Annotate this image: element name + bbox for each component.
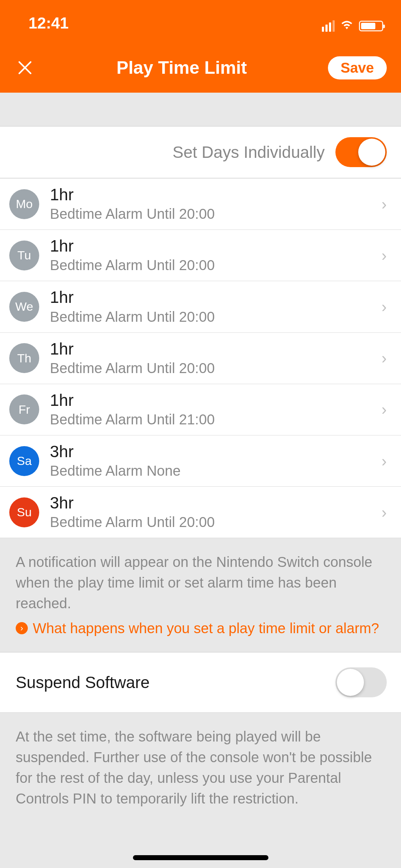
page-title: Play Time Limit [117, 57, 247, 78]
day-badge: Th [9, 343, 39, 373]
chevron-right-icon: › [381, 349, 387, 367]
day-limit: 1hr [50, 236, 371, 256]
set-days-individually-toggle[interactable] [335, 137, 387, 167]
nav-bar: Play Time Limit Save [0, 43, 401, 93]
day-limit: 3hr [50, 442, 371, 461]
save-button[interactable]: Save [328, 56, 387, 79]
chevron-right-icon: › [381, 401, 387, 418]
day-row-we[interactable]: We1hrBedtime Alarm Until 20:00› [0, 281, 401, 332]
day-limit: 3hr [50, 493, 371, 513]
day-text: 3hrBedtime Alarm None [50, 442, 371, 480]
day-text: 1hrBedtime Alarm Until 21:00 [50, 391, 371, 429]
day-sub: Bedtime Alarm Until 20:00 [50, 359, 371, 377]
chevron-right-icon: › [381, 503, 387, 521]
battery-icon [359, 21, 383, 31]
wifi-icon [340, 20, 354, 32]
day-sub: Bedtime Alarm None [50, 461, 371, 480]
day-row-mo[interactable]: Mo1hrBedtime Alarm Until 20:00› [0, 178, 401, 230]
day-row-sa[interactable]: Sa3hrBedtime Alarm None› [0, 435, 401, 487]
cellular-signal-icon [322, 20, 335, 32]
day-badge: Fr [9, 394, 39, 424]
day-text: 1hrBedtime Alarm Until 20:00 [50, 339, 371, 377]
suspend-software-toggle[interactable] [335, 667, 387, 697]
day-limit: 1hr [50, 288, 371, 307]
section-spacer [0, 93, 401, 126]
day-sub: Bedtime Alarm Until 20:00 [50, 256, 371, 274]
day-text: 1hrBedtime Alarm Until 20:00 [50, 236, 371, 274]
status-time: 12:41 [29, 14, 69, 32]
chevron-right-icon: › [381, 452, 387, 470]
day-sub: Bedtime Alarm Until 20:00 [50, 513, 371, 531]
day-limit: 1hr [50, 391, 371, 410]
day-badge: We [9, 292, 39, 322]
day-sub: Bedtime Alarm Until 21:00 [50, 410, 371, 429]
chevron-right-icon: › [381, 195, 387, 213]
home-indicator [133, 855, 268, 860]
day-row-su[interactable]: Su3hrBedtime Alarm Until 20:00› [0, 487, 401, 538]
day-sub: Bedtime Alarm Until 20:00 [50, 308, 371, 326]
chevron-circle-icon: › [16, 622, 28, 634]
close-icon [16, 59, 34, 76]
day-row-th[interactable]: Th1hrBedtime Alarm Until 20:00› [0, 333, 401, 384]
day-badge: Tu [9, 241, 39, 270]
suspend-software-label: Suspend Software [16, 673, 150, 692]
day-sub: Bedtime Alarm Until 20:00 [50, 205, 371, 223]
suspend-software-row: Suspend Software [0, 652, 401, 713]
days-list: Mo1hrBedtime Alarm Until 20:00›Tu1hrBedt… [0, 178, 401, 538]
status-icons [322, 20, 383, 32]
chevron-right-icon: › [381, 298, 387, 316]
day-badge: Mo [9, 189, 39, 219]
day-text: 1hrBedtime Alarm Until 20:00 [50, 288, 371, 326]
day-badge: Sa [9, 446, 39, 476]
play-time-notice-section: A notification will appear on the Ninten… [0, 538, 401, 652]
help-link-text: What happens when you set a play time li… [33, 618, 379, 639]
day-limit: 1hr [50, 339, 371, 359]
help-link[interactable]: › What happens when you set a play time … [16, 618, 385, 639]
set-days-individually-row: Set Days Individually [0, 126, 401, 178]
day-text: 3hrBedtime Alarm Until 20:00 [50, 493, 371, 531]
status-bar: 12:41 [0, 0, 401, 43]
chevron-right-icon: › [381, 247, 387, 264]
day-badge: Su [9, 497, 39, 527]
day-text: 1hrBedtime Alarm Until 20:00 [50, 185, 371, 223]
close-button[interactable] [14, 57, 36, 78]
suspend-notice-text: At the set time, the software being play… [0, 713, 401, 822]
day-limit: 1hr [50, 185, 371, 205]
set-days-individually-label: Set Days Individually [173, 143, 325, 162]
day-row-fr[interactable]: Fr1hrBedtime Alarm Until 21:00› [0, 384, 401, 435]
play-time-notice-text: A notification will appear on the Ninten… [16, 552, 385, 614]
day-row-tu[interactable]: Tu1hrBedtime Alarm Until 20:00› [0, 230, 401, 281]
